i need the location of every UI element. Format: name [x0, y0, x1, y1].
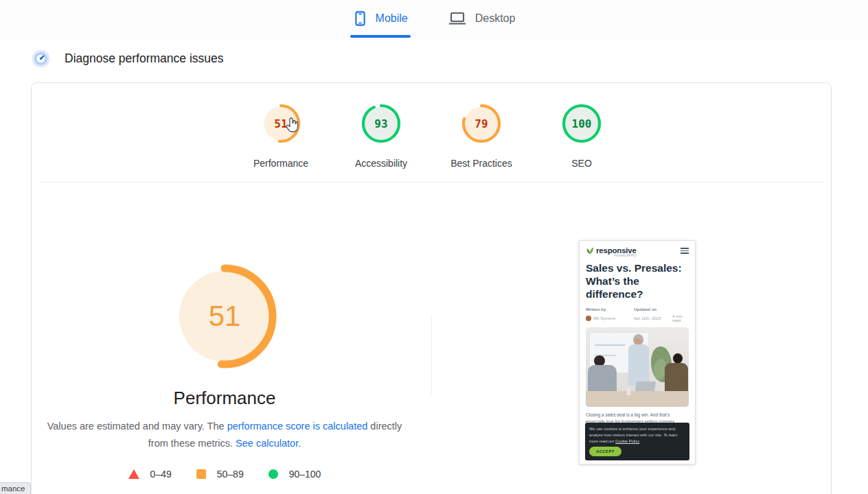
tab-desktop[interactable]: Desktop — [446, 0, 517, 40]
article-hero-image — [586, 327, 689, 407]
legend-range: 50–89 — [217, 469, 244, 480]
gauge-ring: 100 — [562, 104, 602, 143]
score-label: Accessibility — [355, 158, 407, 169]
fail-triangle-icon — [128, 469, 139, 479]
see-calculator-link[interactable]: See calculator. — [236, 438, 301, 449]
hamburger-icon — [681, 248, 689, 254]
section-header: Diagnose performance issues — [32, 49, 224, 68]
article-date: Apr 12th, 2023 — [634, 316, 672, 320]
tab-desktop-label: Desktop — [475, 12, 516, 25]
author-row: RD Symens — [586, 316, 634, 321]
photo-person — [665, 363, 688, 394]
gauge-best-practices[interactable]: 79 Best Practices — [431, 104, 532, 169]
report-card: 51 Performance 93 Accessibility 79 — [31, 82, 832, 494]
speedometer-icon — [32, 49, 50, 68]
read-time: 4 min read — [672, 314, 689, 322]
status-url-fragment: mance — [1, 484, 25, 493]
legend-range: 0–49 — [150, 469, 172, 480]
photo-person — [628, 344, 649, 386]
accept-cookies-button: ACCEPT — [589, 447, 621, 456]
big-performance-gauge: 51 — [170, 261, 279, 371]
legend-item-average: 50–89 — [196, 469, 244, 480]
gauge-ring: 51 — [170, 261, 279, 371]
photo-table — [586, 391, 689, 407]
written-by-label: Written by — [586, 307, 634, 311]
tab-mobile[interactable]: Mobile — [352, 0, 409, 40]
gauge-seo[interactable]: 100 SEO — [532, 104, 632, 169]
score-value: 79 — [461, 104, 501, 143]
score-label: Best Practices — [450, 158, 512, 169]
page-title: Diagnose performance issues — [65, 51, 224, 66]
author-name: RD Symens — [593, 316, 615, 320]
article-byline: Written by Updated on RD Symens Apr 12th… — [586, 307, 689, 322]
legend-range: 90–100 — [289, 469, 321, 480]
score-value: 93 — [361, 104, 401, 143]
good-circle-icon — [269, 469, 278, 479]
legend-item-good: 90–100 — [269, 469, 321, 480]
phone-icon — [353, 10, 367, 27]
gauge-ring: 93 — [361, 104, 401, 143]
description-text: Values are estimated and may vary. The — [47, 421, 227, 432]
photo-glass — [627, 388, 630, 395]
leaf-logo-icon — [586, 246, 594, 255]
author-avatar — [586, 316, 591, 321]
device-tabbar: Mobile Desktop — [0, 0, 868, 40]
score-gauges-row: 51 Performance 93 Accessibility 79 — [32, 104, 831, 169]
cookie-banner: We use cookies to enhance your experienc… — [585, 423, 689, 460]
performance-section-title: Performance — [60, 388, 389, 409]
laptop-icon — [448, 10, 467, 27]
logo-text-column: responsive Formerly RFPIO — [596, 246, 637, 257]
score-label: SEO — [571, 158, 592, 169]
score-calculation-link[interactable]: performance score is calculated — [227, 421, 368, 432]
performance-description: Values are estimated and may vary. The p… — [46, 418, 403, 452]
site-tagline: Formerly RFPIO — [596, 254, 637, 257]
gauge-accessibility[interactable]: 93 Accessibility — [331, 104, 431, 169]
gauge-ring: 51 — [261, 104, 301, 143]
active-tab-underline — [350, 35, 411, 38]
vertical-divider — [431, 315, 432, 395]
browser-status-bubble: mance — [0, 482, 31, 494]
updated-on-label: Updated on — [634, 307, 672, 311]
legend-item-fail: 0–49 — [128, 469, 172, 480]
tab-mobile-label: Mobile — [376, 12, 408, 25]
score-label: Performance — [253, 158, 308, 169]
horizontal-divider — [38, 182, 824, 183]
preview-site-logo: responsive Formerly RFPIO — [586, 246, 637, 257]
photo-laptop — [635, 381, 656, 391]
cookie-policy-link: Cookie Policy — [615, 439, 639, 443]
preview-site-header: responsive Formerly RFPIO — [586, 246, 689, 257]
score-value: 100 — [562, 104, 602, 143]
page-screenshot-thumbnail: responsive Formerly RFPIO Sales vs. Pres… — [579, 240, 696, 464]
big-score-value: 51 — [170, 261, 279, 371]
score-legend: 0–49 50–89 90–100 — [60, 469, 389, 480]
average-square-icon — [196, 469, 206, 479]
gauge-performance[interactable]: 51 Performance — [231, 104, 331, 169]
article-title: Sales vs. Presales: What’s the differenc… — [586, 262, 689, 301]
photo-person — [673, 353, 683, 364]
score-value: 51 — [261, 104, 301, 143]
gauge-ring: 79 — [461, 104, 501, 143]
